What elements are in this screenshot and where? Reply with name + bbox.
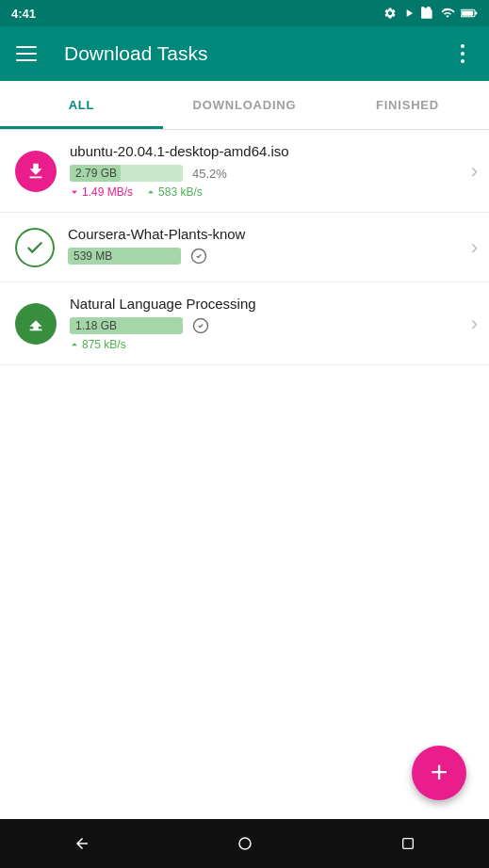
progress-size-coursera: 539 MB <box>73 249 112 263</box>
task-name-ubuntu: ubuntu-20.04.1-desktop-amd64.iso <box>70 143 464 159</box>
svg-rect-6 <box>402 839 413 849</box>
status-bar: 4:41 <box>0 0 489 26</box>
task-progress-row-nlp: 1.18 GB <box>70 317 464 334</box>
up-arrow-icon-nlp <box>70 340 79 349</box>
progress-bar-coursera: 539 MB <box>68 248 181 265</box>
recents-icon <box>400 836 416 851</box>
page-title: Download Tasks <box>64 42 444 65</box>
toolbar: Download Tasks <box>0 26 489 81</box>
progress-percent-ubuntu: 45.2% <box>192 167 227 181</box>
back-icon <box>73 835 90 852</box>
progress-bar-nlp: 1.18 GB <box>70 317 183 334</box>
progress-size-ubuntu: 2.79 GB <box>75 167 117 180</box>
battery-icon <box>461 8 478 19</box>
add-button[interactable]: + <box>412 746 466 800</box>
upload-icon <box>25 313 46 334</box>
status-time: 4:41 <box>11 7 36 21</box>
task-seeding-icon <box>15 303 57 345</box>
progress-size-nlp: 1.18 GB <box>75 319 117 332</box>
back-button[interactable] <box>65 827 99 860</box>
tabs-bar: ALL DOWNLOADING FINISHED <box>0 81 489 130</box>
speed-up-ubuntu: 583 kB/s <box>146 185 203 199</box>
recents-button[interactable] <box>391 827 425 860</box>
done-badge-coursera <box>190 248 207 265</box>
task-content-nlp: Natural Language Processing 1.18 GB 875 … <box>70 296 464 351</box>
progress-bar-ubuntu: 2.79 GB <box>70 165 183 182</box>
speed-down-ubuntu: 1.49 MB/s <box>70 185 133 199</box>
add-icon: + <box>431 757 448 787</box>
signal-icon <box>421 7 434 20</box>
task-name-nlp: Natural Language Processing <box>70 296 464 312</box>
settings-icon <box>383 7 397 20</box>
down-arrow-icon <box>70 187 79 197</box>
task-progress-row-ubuntu: 2.79 GB 45.2% <box>70 165 464 182</box>
task-item-ubuntu[interactable]: ubuntu-20.04.1-desktop-amd64.iso 2.79 GB… <box>0 130 489 213</box>
status-icons <box>383 7 478 20</box>
svg-rect-2 <box>475 12 477 15</box>
svg-point-5 <box>239 838 251 849</box>
more-options-button[interactable] <box>444 35 481 72</box>
task-list: ubuntu-20.04.1-desktop-amd64.iso 2.79 GB… <box>0 130 489 365</box>
svg-rect-1 <box>462 10 473 15</box>
chevron-icon-nlp: › <box>471 312 478 336</box>
tab-downloading[interactable]: DOWNLOADING <box>163 81 326 129</box>
task-content-coursera: Coursera-What-Plants-know 539 MB <box>68 226 464 268</box>
home-icon <box>236 835 253 852</box>
chevron-icon: › <box>471 159 478 184</box>
task-item-coursera[interactable]: Coursera-What-Plants-know 539 MB › <box>0 213 489 282</box>
wifi-icon <box>440 7 455 20</box>
done-badge-nlp <box>192 317 209 334</box>
task-speeds-ubuntu: 1.49 MB/s 583 kB/s <box>70 185 464 199</box>
check-icon <box>24 237 45 258</box>
bottom-nav-bar <box>0 819 489 868</box>
tab-finished[interactable]: FINISHED <box>326 81 489 129</box>
task-content-ubuntu: ubuntu-20.04.1-desktop-amd64.iso 2.79 GB… <box>70 143 464 199</box>
task-downloading-icon <box>15 151 57 192</box>
task-completed-icon <box>15 228 55 267</box>
task-item-nlp[interactable]: Natural Language Processing 1.18 GB 875 … <box>0 282 489 365</box>
speed-up-nlp: 875 kB/s <box>70 338 126 351</box>
task-name-coursera: Coursera-What-Plants-know <box>68 226 464 242</box>
chevron-icon-coursera: › <box>471 235 478 260</box>
home-button[interactable] <box>228 827 262 860</box>
menu-button[interactable] <box>8 35 45 72</box>
up-arrow-icon <box>146 187 155 197</box>
task-progress-row-coursera: 539 MB <box>68 248 464 265</box>
task-speeds-nlp: 875 kB/s <box>70 338 464 351</box>
media-icon <box>402 7 416 20</box>
tab-all[interactable]: ALL <box>0 81 163 129</box>
